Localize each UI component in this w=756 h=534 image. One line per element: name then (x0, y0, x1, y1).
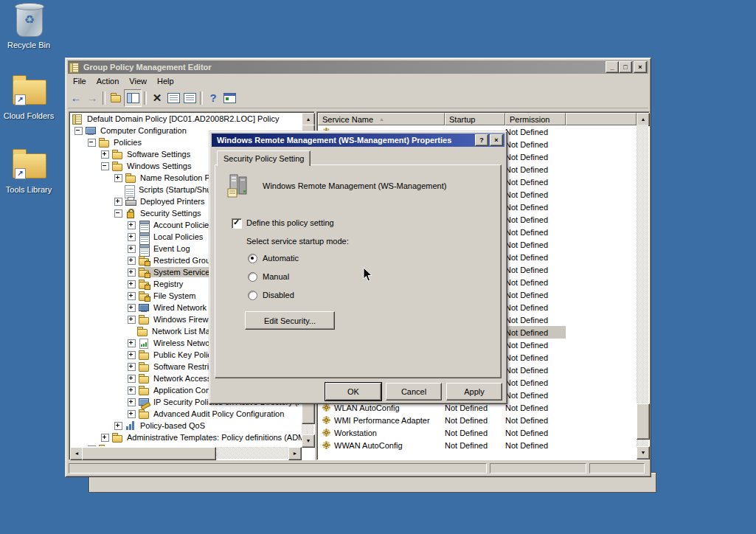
expand-plus-icon[interactable] (128, 351, 136, 359)
menu-action[interactable]: Action (91, 75, 125, 87)
expand-plus-icon[interactable] (101, 434, 109, 442)
expand-plus-icon[interactable] (128, 339, 136, 347)
radio-manual[interactable] (248, 272, 257, 282)
expand-plus-icon[interactable] (128, 316, 136, 324)
delete-icon[interactable]: ✕ (149, 90, 165, 106)
expand-plus-icon[interactable] (128, 363, 136, 371)
expand-plus-icon[interactable] (128, 398, 136, 406)
service-row-wwan-autoconfig[interactable]: WWAN AutoConfigNot DefinedNot Defined (318, 439, 637, 451)
toolbar-divider (200, 91, 203, 105)
help-icon[interactable]: ? (205, 90, 221, 106)
collapse-minus-icon[interactable] (74, 127, 83, 135)
expand-plus-icon[interactable] (128, 233, 136, 241)
service-icon (226, 173, 252, 199)
apply-button[interactable]: Apply (446, 383, 502, 400)
window-pane-icon[interactable] (221, 90, 237, 106)
expand-plus-icon[interactable] (128, 221, 136, 229)
scroll-down-icon[interactable]: ▼ (637, 446, 650, 460)
column-header-startup[interactable]: Startup (445, 113, 505, 125)
expand-plus-icon[interactable] (128, 375, 136, 383)
define-policy-label[interactable]: Define this policy setting (246, 218, 334, 227)
column-header-blank[interactable] (566, 113, 637, 125)
folder-lock-icon (139, 280, 150, 289)
edit-security-button[interactable]: Edit Security... (245, 311, 335, 330)
define-policy-checkbox[interactable] (232, 218, 242, 229)
tree-item-label: Administrative Templates: Policy definit… (125, 433, 302, 442)
radio-label-disabled[interactable]: Disabled (263, 291, 294, 299)
radio-label-manual[interactable]: Manual (263, 272, 289, 281)
dialog-titlebar[interactable]: Windows Remote Management (WS-Management… (212, 134, 504, 147)
radio-automatic[interactable] (248, 254, 257, 263)
scrollbar-thumb[interactable] (637, 403, 650, 440)
expand-plus-icon[interactable] (128, 257, 136, 265)
gear-icon (322, 415, 331, 425)
scrollbar-thumb[interactable] (82, 447, 216, 460)
expand-plus-icon[interactable] (88, 445, 96, 447)
ok-button[interactable]: OK (325, 383, 381, 400)
desktop-icon-recycle-bin[interactable]: Recycle Bin (0, 3, 58, 49)
expand-plus-icon[interactable] (114, 198, 122, 206)
radio-label-automatic[interactable]: Automatic (263, 254, 299, 263)
collapse-minus-icon[interactable] (101, 162, 109, 170)
service-row-wmi-performance-adapter[interactable]: WMI Performance AdapterNot DefinedNot De… (318, 414, 637, 426)
list-vertical-scrollbar[interactable]: ▲ ▼ (637, 113, 648, 458)
status-section (69, 463, 487, 474)
tree-item-preferences[interactable]: Preferences (70, 443, 302, 446)
column-header-service-name[interactable]: Service Name▲ (318, 113, 445, 125)
column-header-permission[interactable]: Permission (505, 113, 566, 125)
menu-file[interactable]: File (68, 75, 91, 87)
tab-security-policy-setting[interactable]: Security Policy Setting (217, 150, 311, 166)
menu-help[interactable]: Help (152, 75, 179, 87)
tree-item-label: Computer Configuration (99, 126, 188, 135)
back-icon[interactable]: ← (68, 90, 84, 106)
window-titlebar[interactable]: Group Policy Management Editor _ □ × (68, 60, 648, 74)
minimize-button[interactable]: _ (606, 61, 619, 73)
permission-value: Not Defined (505, 391, 566, 400)
forward-icon[interactable]: → (84, 90, 100, 106)
desktop-icon-cloud-folders[interactable]: ↗Cloud Folders (0, 74, 58, 120)
expand-plus-icon[interactable] (128, 386, 136, 395)
scroll-right-icon[interactable]: ► (288, 447, 302, 460)
properties-icon[interactable] (165, 90, 181, 106)
folder-lock-icon (139, 291, 150, 301)
tree-item-administrative-templates-policy[interactable]: Administrative Templates: Policy definit… (70, 431, 302, 443)
tree-item-label: System Services (152, 268, 215, 277)
desktop-icon-tools-library[interactable]: ↗Tools Library (0, 148, 58, 194)
expand-plus-icon[interactable] (114, 422, 122, 430)
service-row-workstation[interactable]: WorkstationNot DefinedNot Defined (318, 426, 637, 439)
expand-plus-icon[interactable] (128, 268, 136, 277)
console-tree-icon[interactable] (124, 89, 142, 107)
collapse-minus-icon[interactable] (88, 139, 96, 147)
dialog-close-icon[interactable]: × (490, 134, 503, 146)
expand-plus-icon[interactable] (128, 245, 136, 253)
lock-badge-icon (145, 297, 150, 302)
close-button[interactable]: × (634, 61, 647, 73)
tree-horizontal-scrollbar[interactable]: ◄ ► (70, 447, 302, 459)
expand-plus-icon[interactable] (128, 410, 136, 418)
maximize-button[interactable]: □ (619, 61, 632, 73)
tree-item-policy-based-qos[interactable]: Policy-based QoS (70, 420, 302, 431)
folder-icon (112, 150, 123, 159)
cancel-button[interactable]: Cancel (386, 383, 442, 400)
collapse-minus-icon[interactable] (114, 209, 122, 218)
tree-item-default-domain-policy[interactable]: Default Domain Policy [DC01.AD2008R2.LOC… (70, 113, 302, 125)
scrollbar-track[interactable] (637, 125, 648, 446)
tree-item-advanced-audit-policy[interactable]: Advanced Audit Policy Configuration (70, 408, 302, 420)
export-list-icon[interactable] (181, 90, 198, 106)
expand-plus-icon[interactable] (101, 150, 109, 159)
expand-plus-icon[interactable] (128, 304, 136, 312)
radio-disabled[interactable] (248, 291, 257, 300)
scroll-down-icon[interactable]: ▼ (302, 434, 315, 448)
expand-plus-icon[interactable] (114, 174, 122, 182)
permission-value: Not Defined (505, 441, 566, 450)
dialog-title: Windows Remote Management (WS-Management… (217, 136, 475, 145)
menu-view[interactable]: View (124, 75, 152, 87)
desktop-icon-label: Recycle Bin (0, 41, 58, 49)
folder-icon (137, 327, 148, 336)
expand-plus-icon[interactable] (128, 280, 136, 288)
gpo-icon (72, 114, 83, 124)
up-folder-icon[interactable] (108, 90, 124, 106)
expand-plus-icon[interactable] (128, 292, 136, 300)
help-icon[interactable]: ? (475, 134, 488, 146)
folder-icon (99, 445, 110, 447)
